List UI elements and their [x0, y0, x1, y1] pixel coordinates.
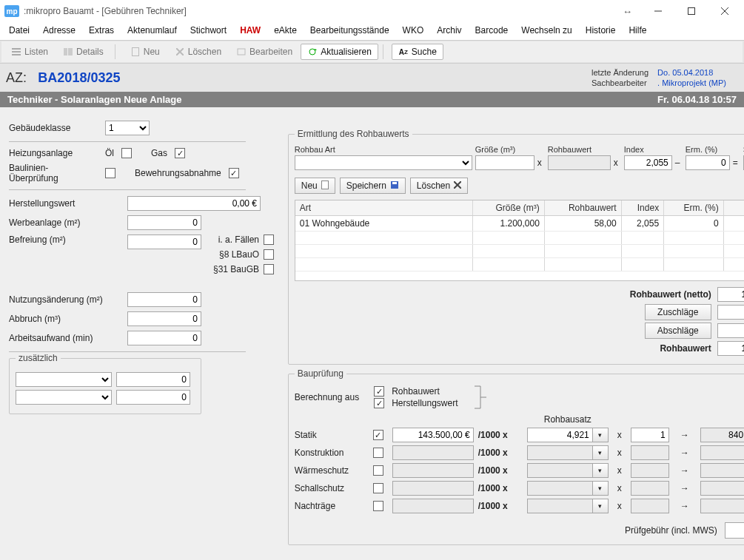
statik-mult-input[interactable]: [631, 428, 669, 442]
window-minimize-button[interactable]: [641, 1, 674, 21]
menu-archiv[interactable]: Archiv: [437, 25, 461, 36]
rohbau-neu-button[interactable]: Neu: [295, 178, 335, 194]
gas-checkbox[interactable]: [175, 148, 185, 158]
col-index[interactable]: Index: [621, 200, 663, 216]
menu-bearbeitungsstaende[interactable]: Bearbeitungsstände: [310, 25, 389, 36]
menu-barcode[interactable]: Barcode: [475, 25, 509, 36]
p31-baugb-checkbox[interactable]: [264, 264, 274, 274]
baulinien-checkbox[interactable]: [105, 168, 115, 178]
nutzungsaenderung-input[interactable]: [127, 292, 201, 307]
menu-bar: Datei Adresse Extras Aktenumlauf Stichwo…: [0, 22, 744, 40]
subtitle-bar: Techniker - Solaranlagen Neue Anlage Fr.…: [0, 92, 744, 107]
meta-table: letzte Änderung Do. 05.04.2018 Sachbearb…: [590, 67, 735, 89]
statik-base-input[interactable]: [392, 428, 474, 442]
waermeschutz-checkbox[interactable]: [373, 465, 383, 476]
toolbar-aktualisieren[interactable]: Aktualisieren: [301, 44, 378, 60]
toolbar-bearbeiten-label: Bearbeiten: [249, 47, 292, 57]
werbeanlage-input[interactable]: [127, 215, 201, 230]
schallschutz-base-input: [392, 481, 474, 496]
index-input[interactable]: [624, 155, 672, 170]
p8-lbauo-label: §8 LBauO: [219, 249, 259, 260]
menu-wko[interactable]: WKO: [403, 25, 424, 36]
menu-historie[interactable]: Historie: [586, 25, 616, 36]
erm-input[interactable]: [686, 155, 730, 170]
rohbau-table[interactable]: Art Größe (m³) Rohbauwert Index Erm. (%)…: [295, 200, 744, 281]
new-file-icon: [130, 47, 141, 57]
oel-checkbox[interactable]: [121, 148, 132, 158]
table-row[interactable]: [295, 245, 744, 258]
statik-rate-input[interactable]: [527, 428, 592, 442]
befreiung-input[interactable]: [127, 235, 201, 249]
menu-wechseln-zu[interactable]: Wechseln zu: [521, 25, 572, 36]
toolbar-listen[interactable]: Listen: [4, 44, 55, 60]
toolbar-suche[interactable]: AZ Suche: [392, 44, 443, 60]
meta-sachbearbeiter-label: Sachbearbeiter: [591, 78, 656, 87]
zusaetzlich-2-select[interactable]: [16, 390, 112, 405]
toolbar-neu[interactable]: Neu: [124, 44, 167, 60]
schallschutz-checkbox[interactable]: [373, 483, 383, 493]
table-row[interactable]: 01 Wohngebäude 1.200,000 58,00 2,055 0 1…: [295, 216, 744, 232]
p8-lbauo-checkbox[interactable]: [264, 249, 274, 260]
groesse-input[interactable]: [475, 155, 534, 170]
abbruch-input[interactable]: [127, 311, 201, 326]
menu-eakte[interactable]: eAkte: [274, 25, 297, 36]
ia-faellen-checkbox[interactable]: [264, 235, 274, 245]
col-art[interactable]: Art: [295, 200, 473, 216]
konstruktion-rate-input: [527, 445, 592, 460]
refresh-icon: [307, 47, 318, 57]
nachtraege-checkbox[interactable]: [373, 501, 383, 511]
zusaetzlich-1-select[interactable]: [16, 372, 112, 387]
subtitle-right: Fr. 06.04.18 10:57: [657, 94, 737, 105]
bp-row-waermeschutz: Wärmeschutz /1000 x ▾ x →: [295, 463, 744, 478]
zusaetzlich-2-input[interactable]: [116, 390, 190, 405]
statik-per-label: /1000 x: [478, 430, 523, 440]
menu-adresse[interactable]: Adresse: [43, 25, 76, 36]
herstellungswert-input[interactable]: [127, 196, 261, 211]
rohbau-speichern-button[interactable]: Speichern: [340, 178, 406, 194]
menu-hilfe[interactable]: Hilfe: [629, 25, 646, 36]
statik-checkbox[interactable]: [373, 430, 383, 440]
col-rohbauwert[interactable]: Rohbauwert: [544, 200, 621, 216]
statik-rate-dropdown[interactable]: ▾: [592, 428, 609, 442]
schallschutz-rate-dropdown[interactable]: ▾: [592, 481, 609, 496]
menu-datei[interactable]: Datei: [9, 25, 30, 36]
menu-extras[interactable]: Extras: [89, 25, 114, 36]
calc-rohbauwert-checkbox[interactable]: [374, 386, 384, 397]
konstruktion-base-input: [392, 445, 474, 460]
konstruktion-rate-dropdown[interactable]: ▾: [592, 445, 609, 460]
waermeschutz-rate-dropdown[interactable]: ▾: [592, 463, 609, 478]
col-summe[interactable]: Summe: [723, 200, 744, 216]
cell-groesse: 1.200,000: [473, 216, 545, 232]
toolbar-loeschen[interactable]: Löschen: [168, 44, 228, 60]
table-row[interactable]: [295, 232, 744, 245]
zuschlaege-button[interactable]: Zuschläge: [645, 304, 711, 320]
col-erm[interactable]: Erm. (%): [664, 200, 724, 216]
bewehrung-checkbox[interactable]: [229, 168, 239, 178]
menu-stichwort[interactable]: Stichwort: [190, 25, 227, 36]
zusaetzlich-1-input[interactable]: [116, 372, 190, 387]
calc-herstellungswert-label: Herstellungswert: [392, 398, 458, 408]
toolbar-bearbeiten[interactable]: Bearbeiten: [229, 44, 299, 60]
az-row: AZ: BA2018/0325 letzte Änderung Do. 05.0…: [0, 64, 744, 92]
rohbau-art-select[interactable]: [295, 155, 472, 170]
nachtraege-rate-dropdown[interactable]: ▾: [592, 499, 609, 513]
col-groesse[interactable]: Größe (m³): [473, 200, 545, 216]
arbeitsaufwand-input[interactable]: [127, 331, 201, 345]
total-netto-value: 143.028,00 €: [717, 287, 744, 302]
calc-herstellungswert-checkbox[interactable]: [374, 398, 384, 408]
konstruktion-checkbox[interactable]: [373, 448, 383, 458]
menu-haw[interactable]: HAW: [240, 25, 261, 36]
rohbau-loeschen-button[interactable]: Löschen: [410, 178, 468, 194]
gebaeudeklasse-select[interactable]: 1: [105, 121, 150, 135]
menu-aktenumlauf[interactable]: Aktenumlauf: [127, 25, 177, 36]
rohbausatz-header: Rohbausatz: [527, 414, 609, 425]
bracket-icon: [473, 385, 488, 410]
toolbar-details[interactable]: Details: [56, 44, 110, 60]
window-close-button[interactable]: [708, 1, 741, 21]
total-netto-label: Rohbauwert (netto): [593, 289, 711, 300]
abschlaege-button[interactable]: Abschläge: [645, 323, 711, 339]
window-maximize-button[interactable]: [674, 1, 708, 21]
waermeschutz-rate-input: [527, 463, 592, 478]
table-row[interactable]: [295, 258, 744, 271]
total-zuschlaege-value: 0,00 €: [717, 305, 744, 320]
